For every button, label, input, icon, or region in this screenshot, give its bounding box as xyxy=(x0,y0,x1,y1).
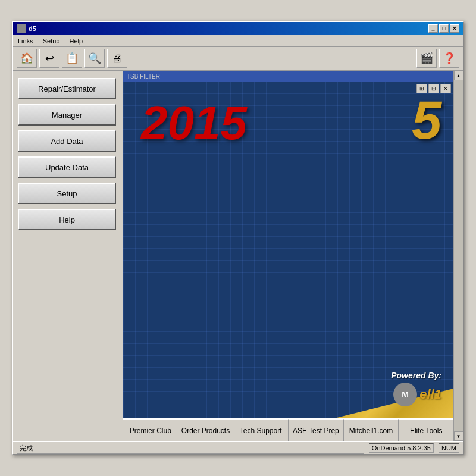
print-button[interactable]: 🖨 xyxy=(107,49,127,68)
maximize-button[interactable]: □ xyxy=(439,24,449,33)
scroll-track[interactable] xyxy=(454,80,464,431)
scroll-up[interactable]: ▲ xyxy=(454,71,464,80)
status-num: NUM xyxy=(439,443,459,453)
help-button[interactable]: Help xyxy=(18,209,116,230)
manager-button[interactable]: Manager xyxy=(18,104,116,126)
tsb-label: TSB FILTER xyxy=(127,73,160,80)
nav-tech-support[interactable]: Tech Support xyxy=(233,419,289,441)
mitchell-logo: M ell1 xyxy=(393,383,441,406)
status-ready: 完成 xyxy=(17,443,364,454)
mitchell-logo-text: ell1 xyxy=(419,387,441,402)
main-content: Repair/Estimator Manager Add Data Update… xyxy=(13,71,463,441)
menu-item-help[interactable]: Help xyxy=(67,37,85,45)
search-button[interactable]: 🔍 xyxy=(84,49,105,68)
mitchell-logo-icon: M xyxy=(393,383,417,406)
status-version: OnDemand 5.8.2.35 xyxy=(369,443,434,453)
toolbar: 🏠 ↩ 📋 🔍 🖨 🎬 ❓ xyxy=(13,47,463,71)
powered-by-area: Powered By: M ell1 xyxy=(391,371,441,406)
document-button[interactable]: 📋 xyxy=(62,49,82,68)
add-data-button[interactable]: Add Data xyxy=(18,130,116,152)
menu-item-links[interactable]: Links xyxy=(15,37,36,45)
tsb-bar: TSB FILTER xyxy=(123,71,453,82)
app-icon xyxy=(17,24,26,33)
corner-icon-3[interactable]: ✕ xyxy=(440,84,451,93)
splash-area: ⊞ ⊟ ✕ 2015 5 xyxy=(123,82,453,418)
toolbar-right: 🎬 ❓ xyxy=(416,49,459,68)
version-badge-container: 5 xyxy=(412,93,441,147)
video-button[interactable]: 🎬 xyxy=(416,49,437,68)
bottom-nav: Premier Club Order Products Tech Support… xyxy=(123,418,453,441)
version-number: 5 xyxy=(412,90,441,150)
window-title: d5 xyxy=(29,25,36,32)
year-text: 2015 xyxy=(141,96,247,149)
outer-window: d5 _ □ ✕ Links Setup Help 🏠 ↩ 📋 🔍 🖨 🎬 ❓ xyxy=(0,0,476,476)
back-button[interactable]: ↩ xyxy=(39,49,60,68)
update-data-button[interactable]: Update Data xyxy=(18,156,116,178)
scroll-down[interactable]: ▼ xyxy=(454,431,464,441)
vertical-scrollbar[interactable]: ▲ ▼ xyxy=(453,71,463,441)
nav-premier-club[interactable]: Premier Club xyxy=(123,419,178,441)
nav-ase-test-prep[interactable]: ASE Test Prep xyxy=(289,419,344,441)
svg-text:M: M xyxy=(402,390,409,399)
home-button[interactable]: 🏠 xyxy=(17,49,37,68)
help-icon-button[interactable]: ❓ xyxy=(439,49,459,68)
powered-by-label: Powered By: xyxy=(391,371,441,380)
app-window: d5 _ □ ✕ Links Setup Help 🏠 ↩ 📋 🔍 🖨 🎬 ❓ xyxy=(12,21,464,455)
menu-item-setup[interactable]: Setup xyxy=(40,37,62,45)
year-display: 2015 xyxy=(141,99,247,147)
close-button[interactable]: ✕ xyxy=(450,24,459,33)
content-area: Repair/Estimator Manager Add Data Update… xyxy=(13,71,463,441)
repair-estimator-button[interactable]: Repair/Estimator xyxy=(18,78,116,99)
menu-bar: Links Setup Help xyxy=(13,35,463,47)
title-bar-left: d5 xyxy=(17,24,36,33)
powered-by-row: Powered By: xyxy=(391,371,441,380)
setup-button[interactable]: Setup xyxy=(18,183,116,204)
status-bar: 完成 OnDemand 5.8.2.35 NUM xyxy=(13,441,463,454)
minimize-button[interactable]: _ xyxy=(428,24,438,33)
nav-mitchell1[interactable]: Mitchell1.com xyxy=(344,419,399,441)
title-bar: d5 _ □ ✕ xyxy=(13,22,463,35)
sidebar: Repair/Estimator Manager Add Data Update… xyxy=(13,71,123,441)
center-content: TSB FILTER ⊞ ⊟ ✕ 2015 xyxy=(123,71,453,441)
nav-order-products[interactable]: Order Products xyxy=(178,419,234,441)
nav-elite-tools[interactable]: Elite Tools xyxy=(399,419,453,441)
title-controls: _ □ ✕ xyxy=(428,24,459,33)
